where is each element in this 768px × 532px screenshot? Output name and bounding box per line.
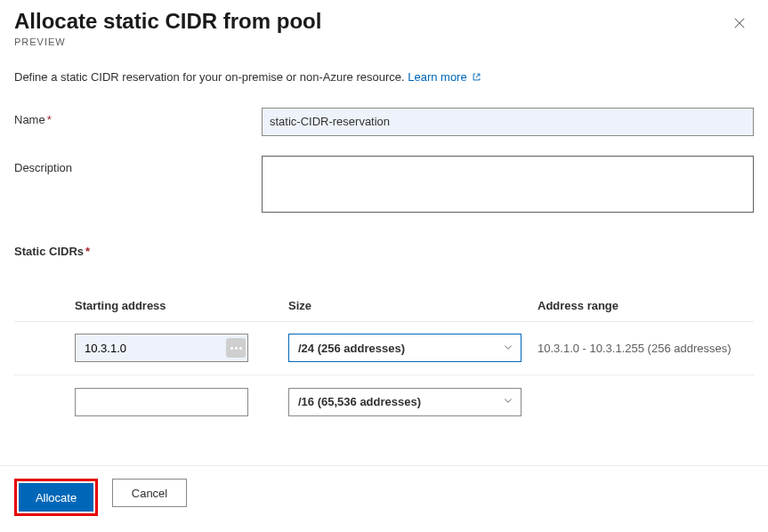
starting-address-input[interactable]: [75, 388, 248, 416]
close-icon: [733, 17, 746, 29]
size-select-value: /16 (65,536 addresses): [298, 395, 421, 408]
chevron-down-icon: [503, 395, 513, 408]
description-label: Description: [14, 156, 262, 174]
starting-address-field[interactable]: [83, 341, 226, 356]
chevron-down-icon: [503, 342, 513, 355]
col-header-address-range: Address range: [538, 299, 754, 312]
name-label: Name*: [14, 108, 262, 126]
col-header-starting-address: Starting address: [75, 299, 288, 312]
size-select[interactable]: /24 (256 addresses): [288, 334, 521, 362]
learn-more-label: Learn more: [408, 70, 466, 84]
table-row: /16 (65,536 addresses): [14, 375, 754, 429]
page-title: Allocate static CIDR from pool: [14, 9, 321, 35]
required-marker: *: [47, 113, 52, 126]
starting-address-field[interactable]: [83, 394, 246, 409]
static-cidrs-section-label: Static CIDRs*: [14, 245, 754, 258]
intro-text-row: Define a static CIDR reservation for you…: [14, 70, 754, 85]
description-input[interactable]: [262, 156, 754, 213]
name-input[interactable]: [262, 108, 754, 136]
learn-more-link[interactable]: Learn more: [408, 70, 481, 84]
col-header-size: Size: [288, 299, 538, 312]
allocate-button[interactable]: Allocate: [19, 483, 93, 512]
table-header: Starting address Size Address range: [14, 299, 754, 322]
allocate-button-highlight: Allocate: [14, 479, 98, 516]
more-options-button[interactable]: [226, 338, 246, 358]
cancel-button[interactable]: Cancel: [112, 479, 187, 507]
size-select-value: /24 (256 addresses): [298, 342, 405, 355]
address-range-value: 10.3.1.0 - 10.3.1.255 (256 addresses): [538, 342, 754, 355]
intro-text: Define a static CIDR reservation for you…: [14, 70, 408, 84]
starting-address-input[interactable]: [75, 334, 248, 362]
preview-badge: PREVIEW: [14, 36, 321, 47]
required-marker: *: [85, 245, 90, 258]
external-link-icon: [472, 71, 481, 85]
static-cidrs-table: Starting address Size Address range /24 …: [14, 299, 754, 429]
close-button[interactable]: [725, 9, 754, 37]
ellipsis-icon: [230, 347, 242, 350]
size-select[interactable]: /16 (65,536 addresses): [288, 388, 521, 416]
table-row: /24 (256 addresses) 10.3.1.0 - 10.3.1.25…: [14, 322, 754, 375]
footer: Allocate Cancel: [0, 465, 768, 532]
